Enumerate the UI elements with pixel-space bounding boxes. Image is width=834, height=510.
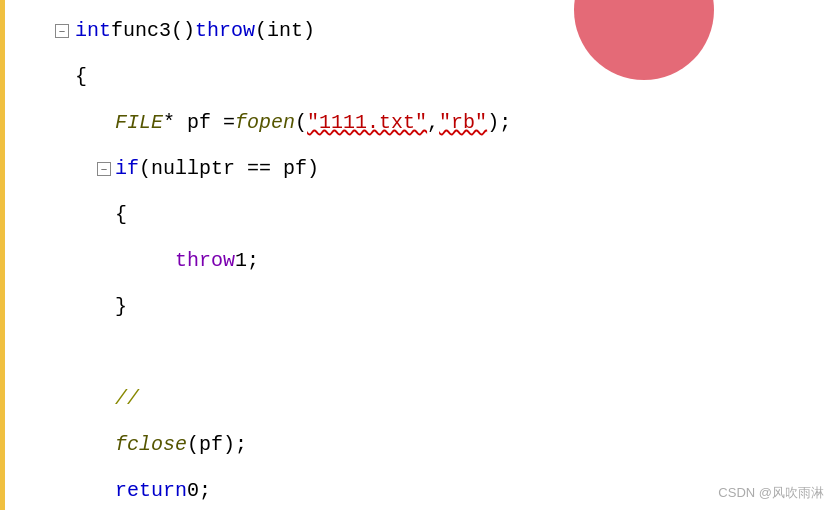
token-open-brace-1: { xyxy=(75,54,87,100)
token-blank xyxy=(115,330,127,376)
token-throw-stmt: throw xyxy=(175,238,235,284)
token-throw-val: 1; xyxy=(235,238,259,284)
token-close-brace-1: } xyxy=(115,284,127,330)
collapse-icon-2[interactable]: − xyxy=(97,162,111,176)
token-func3: func3() xyxy=(111,8,195,54)
token-string-filename: "1111.txt" xyxy=(307,100,427,146)
code-line-4: − if (nullptr == pf) xyxy=(55,146,824,192)
collapse-icon-1[interactable]: − xyxy=(55,24,69,38)
token-paren-open: ( xyxy=(295,100,307,146)
code-area: − int func3() throw (int) { FILE * pf = … xyxy=(45,0,834,510)
code-line-8 xyxy=(55,330,824,376)
token-fclose: fclose xyxy=(115,422,187,468)
token-fopen: fopen xyxy=(235,100,295,146)
yellow-accent-border xyxy=(0,0,5,510)
code-line-7: } xyxy=(55,284,824,330)
token-FILE: FILE xyxy=(115,100,163,146)
code-line-5: { xyxy=(55,192,824,238)
token-int: int xyxy=(75,8,111,54)
code-line-10: fclose (pf); xyxy=(55,422,824,468)
code-line-11: return 0; xyxy=(55,468,824,510)
code-line-3: FILE * pf = fopen ( "1111.txt" , "rb" ); xyxy=(55,100,824,146)
token-if-cond: (nullptr == pf) xyxy=(139,146,319,192)
token-if: if xyxy=(115,146,139,192)
token-open-brace-2: { xyxy=(115,192,127,238)
code-line-2: { xyxy=(55,54,824,100)
token-ptr-assign: * pf = xyxy=(163,100,235,146)
token-string-rb: "rb" xyxy=(439,100,487,146)
token-fclose-arg: (pf); xyxy=(187,422,247,468)
token-paren-semi: ); xyxy=(487,100,511,146)
editor-container: − int func3() throw (int) { FILE * pf = … xyxy=(0,0,834,510)
code-line-6: throw 1; xyxy=(55,238,824,284)
watermark: CSDN @风吹雨淋 xyxy=(718,484,824,502)
token-int-param: (int) xyxy=(255,8,315,54)
token-return: return xyxy=(115,468,187,510)
code-line-9: // xyxy=(55,376,824,422)
token-comma: , xyxy=(427,100,439,146)
token-return-val: 0; xyxy=(187,468,211,510)
token-throw: throw xyxy=(195,8,255,54)
token-comment: // xyxy=(115,376,139,422)
